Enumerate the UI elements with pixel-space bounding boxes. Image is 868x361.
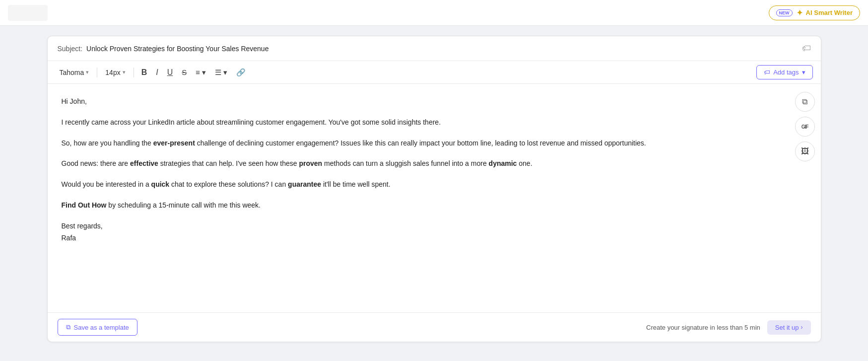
copy-button[interactable]: ⧉ bbox=[795, 92, 815, 112]
new-badge: NEW bbox=[776, 9, 793, 16]
add-tags-label: Add tags bbox=[773, 69, 799, 76]
paragraph3-bold3: dynamic bbox=[489, 159, 517, 167]
copy-icon: ⧉ bbox=[802, 97, 807, 106]
wand-icon: ✦ bbox=[797, 8, 803, 17]
image-button[interactable]: 🖼 bbox=[795, 142, 815, 161]
paragraph4-bold2: guarantee bbox=[288, 180, 321, 188]
email-greeting: Hi John, bbox=[62, 96, 775, 108]
bold-button[interactable]: B bbox=[138, 66, 151, 79]
cta-bold: Find Out How bbox=[62, 201, 107, 209]
email-paragraph1: I recently came across your LinkedIn art… bbox=[62, 117, 775, 129]
toolbar-divider-1 bbox=[97, 68, 97, 77]
font-family-value: Tahoma bbox=[60, 69, 84, 76]
email-paragraph4: Would you be interested in a quick chat … bbox=[62, 179, 775, 191]
add-tags-chevron-icon: ▾ bbox=[802, 69, 805, 76]
strikethrough-button[interactable]: S bbox=[178, 66, 190, 78]
paragraph3-bold1: effective bbox=[130, 159, 158, 167]
save-template-button[interactable]: ⧉ Save as a template bbox=[58, 319, 137, 336]
ordered-list-icon: ≡ ▾ bbox=[196, 68, 206, 77]
image-icon: 🖼 bbox=[801, 147, 809, 156]
email-body[interactable]: Hi John, I recently came across your Lin… bbox=[48, 84, 789, 312]
font-size-selector[interactable]: 14px ▾ bbox=[101, 67, 129, 78]
font-family-selector[interactable]: Tahoma ▾ bbox=[56, 67, 93, 78]
italic-button[interactable]: I bbox=[152, 66, 161, 79]
top-bar-logo bbox=[8, 5, 48, 21]
paragraph3-bold2: proven bbox=[299, 159, 322, 167]
email-signoff: Best regards, Rafa bbox=[62, 220, 775, 244]
ai-writer-label: AI Smart Writer bbox=[806, 9, 853, 16]
footer-row: ⧉ Save as a template Create your signatu… bbox=[48, 312, 821, 342]
toolbar-divider-2 bbox=[134, 68, 134, 77]
paragraph4-bold1: quick bbox=[151, 180, 170, 188]
main-container: Subject: Unlock Proven Strategies for Bo… bbox=[0, 26, 868, 361]
font-family-chevron-icon: ▾ bbox=[86, 69, 89, 75]
save-template-icon: ⧉ bbox=[66, 323, 70, 331]
add-tags-icon: 🏷 bbox=[764, 69, 770, 76]
ai-smart-writer-button[interactable]: NEW ✦ AI Smart Writer bbox=[769, 5, 860, 20]
font-size-chevron-icon: ▾ bbox=[123, 69, 126, 75]
email-cta: Find Out How by scheduling a 15-minute c… bbox=[62, 200, 775, 212]
setup-label: Set it up bbox=[775, 324, 799, 331]
gif-button[interactable]: GIF bbox=[795, 117, 815, 137]
unordered-list-icon: ☰ ▾ bbox=[215, 68, 227, 77]
link-button[interactable]: 🔗 bbox=[233, 66, 249, 79]
save-template-label: Save as a template bbox=[74, 324, 129, 331]
signature-text: Create your signature in less than 5 min bbox=[646, 324, 760, 331]
font-size-value: 14px bbox=[105, 69, 120, 76]
unordered-list-button[interactable]: ☰ ▾ bbox=[211, 66, 231, 79]
side-tools: ⧉ GIF 🖼 bbox=[789, 84, 821, 312]
subject-value[interactable]: Unlock Proven Strategies for Boosting Yo… bbox=[86, 45, 798, 53]
subject-tag-icon[interactable]: 🏷 bbox=[802, 43, 811, 54]
chevron-right-icon: › bbox=[801, 324, 803, 331]
email-paragraph2: So, how are you handling the ever-presen… bbox=[62, 138, 775, 149]
setup-button[interactable]: Set it up › bbox=[767, 320, 811, 335]
email-paragraph3: Good news: there are effective strategie… bbox=[62, 158, 775, 170]
toolbar-row: Tahoma ▾ 14px ▾ B I U S ≡ ▾ bbox=[48, 61, 821, 84]
gif-icon: GIF bbox=[801, 124, 808, 130]
paragraph2-bold1: ever-present bbox=[153, 139, 195, 147]
content-area: Hi John, I recently came across your Lin… bbox=[48, 84, 821, 312]
underline-button[interactable]: U bbox=[164, 66, 177, 79]
subject-label: Subject: bbox=[58, 45, 83, 53]
link-icon: 🔗 bbox=[236, 68, 246, 77]
subject-row: Subject: Unlock Proven Strategies for Bo… bbox=[48, 36, 821, 61]
top-bar: NEW ✦ AI Smart Writer bbox=[0, 0, 868, 26]
add-tags-button[interactable]: 🏷 Add tags ▾ bbox=[756, 65, 812, 79]
editor-card: Subject: Unlock Proven Strategies for Bo… bbox=[47, 36, 821, 342]
ordered-list-button[interactable]: ≡ ▾ bbox=[192, 66, 209, 79]
footer-right: Create your signature in less than 5 min… bbox=[646, 320, 811, 335]
